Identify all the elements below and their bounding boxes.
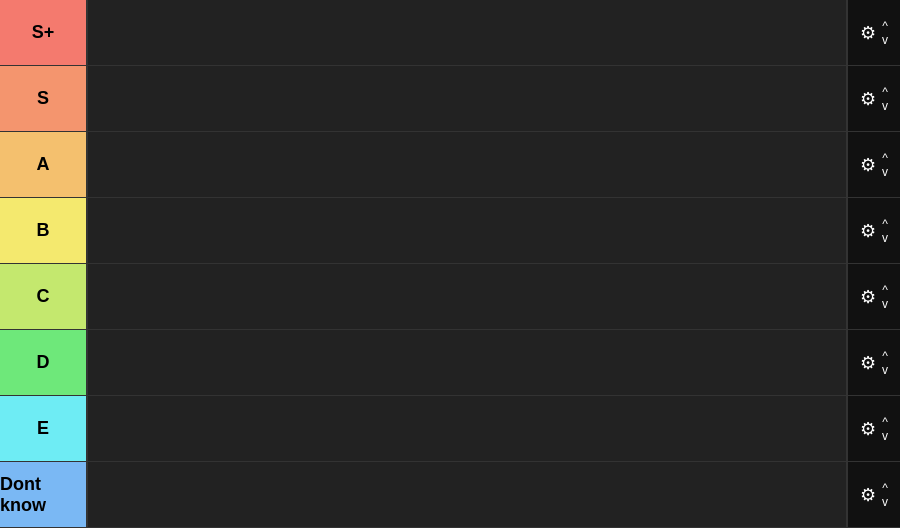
tier-controls-d: ⚙^v bbox=[848, 330, 900, 395]
down-arrow-a[interactable]: v bbox=[880, 165, 890, 179]
tier-row-s-plus: S+⚙^v bbox=[0, 0, 900, 66]
tier-content-d[interactable] bbox=[88, 330, 848, 395]
up-arrow-d[interactable]: ^ bbox=[880, 349, 890, 363]
arrow-group-s: ^v bbox=[880, 85, 890, 113]
arrow-group-d: ^v bbox=[880, 349, 890, 377]
tier-row-d: D⚙^v bbox=[0, 330, 900, 396]
gear-icon-c[interactable]: ⚙ bbox=[858, 284, 878, 310]
tier-content-a[interactable] bbox=[88, 132, 848, 197]
up-arrow-dont-know[interactable]: ^ bbox=[880, 481, 890, 495]
tier-row-dont-know: Dont know⚙^v bbox=[0, 462, 900, 528]
tier-controls-b: ⚙^v bbox=[848, 198, 900, 263]
gear-icon-a[interactable]: ⚙ bbox=[858, 152, 878, 178]
up-arrow-s[interactable]: ^ bbox=[880, 85, 890, 99]
gear-icon-d[interactable]: ⚙ bbox=[858, 350, 878, 376]
tier-content-e[interactable] bbox=[88, 396, 848, 461]
tier-row-s: S⚙^v bbox=[0, 66, 900, 132]
gear-icon-s[interactable]: ⚙ bbox=[858, 86, 878, 112]
up-arrow-b[interactable]: ^ bbox=[880, 217, 890, 231]
tier-controls-s-plus: ⚙^v bbox=[848, 0, 900, 65]
tier-label-s-plus: S+ bbox=[0, 0, 88, 65]
tier-controls-e: ⚙^v bbox=[848, 396, 900, 461]
gear-icon-e[interactable]: ⚙ bbox=[858, 416, 878, 442]
arrow-group-a: ^v bbox=[880, 151, 890, 179]
arrow-group-c: ^v bbox=[880, 283, 890, 311]
tier-row-c: C⚙^v bbox=[0, 264, 900, 330]
tier-label-a: A bbox=[0, 132, 88, 197]
tier-controls-c: ⚙^v bbox=[848, 264, 900, 329]
up-arrow-e[interactable]: ^ bbox=[880, 415, 890, 429]
tier-label-e: E bbox=[0, 396, 88, 461]
gear-icon-s-plus[interactable]: ⚙ bbox=[858, 20, 878, 46]
arrow-group-s-plus: ^v bbox=[880, 19, 890, 47]
gear-icon-b[interactable]: ⚙ bbox=[858, 218, 878, 244]
tier-row-b: B⚙^v bbox=[0, 198, 900, 264]
tier-controls-s: ⚙^v bbox=[848, 66, 900, 131]
down-arrow-s[interactable]: v bbox=[880, 99, 890, 113]
tier-label-b: B bbox=[0, 198, 88, 263]
tier-controls-dont-know: ⚙^v bbox=[848, 462, 900, 527]
arrow-group-dont-know: ^v bbox=[880, 481, 890, 509]
down-arrow-b[interactable]: v bbox=[880, 231, 890, 245]
down-arrow-d[interactable]: v bbox=[880, 363, 890, 377]
tier-content-dont-know[interactable] bbox=[88, 462, 848, 527]
down-arrow-s-plus[interactable]: v bbox=[880, 33, 890, 47]
arrow-group-e: ^v bbox=[880, 415, 890, 443]
up-arrow-a[interactable]: ^ bbox=[880, 151, 890, 165]
tier-content-b[interactable] bbox=[88, 198, 848, 263]
up-arrow-s-plus[interactable]: ^ bbox=[880, 19, 890, 33]
tier-label-c: C bbox=[0, 264, 88, 329]
tier-row-a: A⚙^v bbox=[0, 132, 900, 198]
gear-icon-dont-know[interactable]: ⚙ bbox=[858, 482, 878, 508]
tier-label-d: D bbox=[0, 330, 88, 395]
tier-content-c[interactable] bbox=[88, 264, 848, 329]
down-arrow-dont-know[interactable]: v bbox=[880, 495, 890, 509]
tier-label-dont-know: Dont know bbox=[0, 462, 88, 527]
tier-content-s-plus[interactable] bbox=[88, 0, 848, 65]
down-arrow-c[interactable]: v bbox=[880, 297, 890, 311]
tier-list: S+⚙^vS⚙^vA⚙^vB⚙^vC⚙^vD⚙^vE⚙^vDont know⚙^… bbox=[0, 0, 900, 528]
arrow-group-b: ^v bbox=[880, 217, 890, 245]
tier-row-e: E⚙^v bbox=[0, 396, 900, 462]
tier-content-s[interactable] bbox=[88, 66, 848, 131]
tier-label-s: S bbox=[0, 66, 88, 131]
tier-controls-a: ⚙^v bbox=[848, 132, 900, 197]
up-arrow-c[interactable]: ^ bbox=[880, 283, 890, 297]
down-arrow-e[interactable]: v bbox=[880, 429, 890, 443]
